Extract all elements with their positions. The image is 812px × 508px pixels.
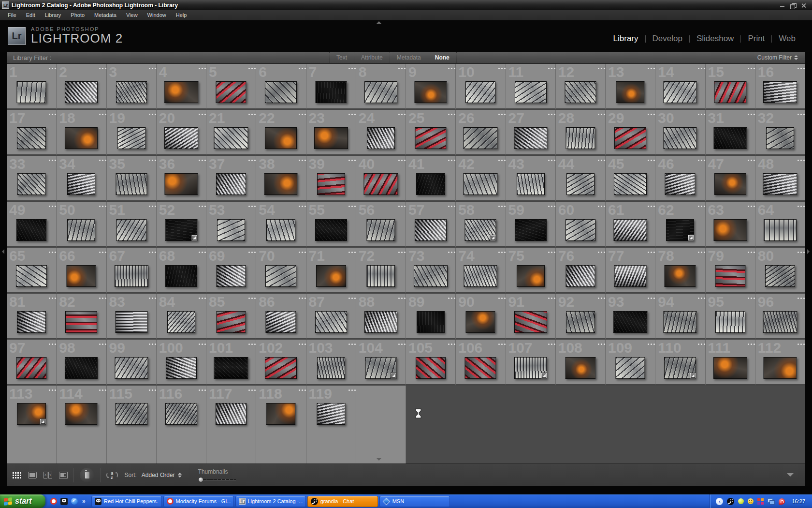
- thumbnail-badges-dots[interactable]: [498, 344, 500, 345]
- grid-cell[interactable]: 86: [256, 294, 306, 340]
- grid-cell[interactable]: 48: [755, 156, 805, 202]
- thumbnail-badges-dots[interactable]: [648, 160, 649, 161]
- grid-cell[interactable]: 70: [256, 248, 306, 294]
- photo-thumbnail[interactable]: [416, 357, 446, 379]
- photo-thumbnail[interactable]: [265, 357, 297, 379]
- photo-thumbnail[interactable]: [464, 127, 498, 149]
- photo-thumbnail[interactable]: [116, 219, 146, 241]
- module-tab-develop[interactable]: Develop: [652, 34, 682, 44]
- photo-thumbnail[interactable]: [664, 357, 696, 379]
- photo-thumbnail[interactable]: [464, 265, 497, 287]
- grid-cell[interactable]: 75: [506, 248, 556, 294]
- thumbnail-badges-dots[interactable]: [199, 160, 200, 161]
- thumbnail-badges-dots[interactable]: [49, 298, 50, 299]
- grid-cell[interactable]: 17: [7, 110, 57, 156]
- grid-cell[interactable]: 50: [57, 202, 106, 248]
- grid-cell[interactable]: 113: [7, 386, 57, 463]
- photo-thumbnail[interactable]: [363, 173, 398, 195]
- grid-cell[interactable]: 35: [107, 156, 157, 202]
- grid-cell[interactable]: 10: [456, 64, 506, 110]
- thumbnail-size-slider[interactable]: [198, 477, 236, 482]
- grid-cell[interactable]: 4: [157, 64, 206, 110]
- grid-cell[interactable]: 66: [57, 248, 106, 294]
- module-tab-slideshow[interactable]: Slideshow: [696, 34, 734, 44]
- grid-cell[interactable]: 20: [157, 110, 206, 156]
- grid-cell[interactable]: 91: [506, 294, 556, 340]
- grid-cell[interactable]: 60: [556, 202, 606, 248]
- module-tab-print[interactable]: Print: [748, 34, 765, 44]
- photo-thumbnail[interactable]: [16, 357, 47, 379]
- thumbnail-badges-dots[interactable]: [398, 298, 400, 299]
- steam-icon[interactable]: [727, 498, 734, 505]
- photo-thumbnail[interactable]: [17, 173, 46, 195]
- grid-cell[interactable]: 76: [556, 248, 606, 294]
- photo-thumbnail[interactable]: [67, 265, 96, 287]
- grid-cell[interactable]: 15: [706, 64, 755, 110]
- photo-thumbnail[interactable]: [465, 357, 496, 379]
- tray-ball-icon[interactable]: [738, 498, 744, 504]
- grid-cell[interactable]: 114: [57, 386, 106, 463]
- photo-thumbnail[interactable]: [165, 265, 197, 287]
- grid-cell[interactable]: 40: [356, 156, 406, 202]
- grid-cell[interactable]: 45: [606, 156, 655, 202]
- photo-thumbnail[interactable]: [514, 357, 547, 379]
- thumbnail-badges-dots[interactable]: [248, 344, 250, 345]
- grid-cell[interactable]: 42: [456, 156, 506, 202]
- thumbnail-badges-dots[interactable]: [648, 68, 649, 69]
- grid-cell[interactable]: 57: [406, 202, 456, 248]
- grid-cell[interactable]: 96: [755, 294, 805, 340]
- photo-thumbnail[interactable]: [17, 81, 46, 103]
- grid-cell[interactable]: 90: [456, 294, 506, 340]
- grid-cell[interactable]: 28: [556, 110, 606, 156]
- photo-thumbnail[interactable]: [764, 219, 797, 241]
- thumbnail-badges-dots[interactable]: [648, 114, 649, 115]
- thumbnail-badges-dots[interactable]: [398, 160, 400, 161]
- thumbnail-badges-dots[interactable]: [199, 68, 200, 69]
- photo-thumbnail[interactable]: [713, 219, 747, 241]
- photo-thumbnail[interactable]: [266, 219, 295, 241]
- thumbnail-badges-dots[interactable]: [698, 206, 699, 207]
- filter-option-none[interactable]: None: [428, 52, 457, 63]
- photo-thumbnail[interactable]: [415, 127, 447, 149]
- module-tab-web[interactable]: Web: [779, 34, 796, 44]
- grid-cell[interactable]: 83: [107, 294, 157, 340]
- grid-cell[interactable]: 58: [456, 202, 506, 248]
- grid-cell[interactable]: 8: [356, 64, 406, 110]
- grid-cell[interactable]: 79: [706, 248, 755, 294]
- grid-cell[interactable]: 51: [107, 202, 157, 248]
- start-button[interactable]: start: [0, 494, 45, 508]
- grid-cell[interactable]: 84: [157, 294, 206, 340]
- grid-cell[interactable]: 101: [206, 340, 256, 386]
- photo-thumbnail[interactable]: [616, 81, 645, 103]
- photo-thumbnail[interactable]: [65, 81, 98, 103]
- grid-cell[interactable]: 109: [606, 340, 655, 386]
- photo-thumbnail[interactable]: [614, 173, 647, 195]
- grid-cell[interactable]: 112: [755, 340, 805, 386]
- thumbnail-badges-dots[interactable]: [498, 160, 500, 161]
- photo-thumbnail[interactable]: [614, 127, 646, 149]
- thumbnail-badges-dots[interactable]: [99, 344, 101, 345]
- adjustment-badge[interactable]: [390, 373, 396, 379]
- thumbnail-badges-dots[interactable]: [149, 344, 150, 345]
- grid-cell[interactable]: 81: [7, 294, 57, 340]
- adjustment-badge[interactable]: [40, 418, 46, 425]
- grid-cell[interactable]: 88: [356, 294, 406, 340]
- grid-cell[interactable]: 30: [655, 110, 705, 156]
- menu-item-file[interactable]: File: [3, 11, 21, 19]
- photo-thumbnail[interactable]: [315, 219, 347, 241]
- photo-thumbnail[interactable]: [216, 403, 246, 425]
- grid-cell[interactable]: 92: [556, 294, 606, 340]
- photo-thumbnail[interactable]: [763, 311, 797, 333]
- photo-thumbnail[interactable]: [566, 127, 595, 149]
- sort-direction-button[interactable]: az: [106, 471, 118, 479]
- photo-thumbnail[interactable]: [364, 81, 397, 103]
- photo-thumbnail[interactable]: [714, 173, 746, 195]
- tray-alert-icon[interactable]: [779, 498, 785, 505]
- thumbnail-badges-dots[interactable]: [299, 114, 300, 115]
- thumbnail-badges-dots[interactable]: [398, 68, 400, 69]
- grid-cell[interactable]: 47: [706, 156, 755, 202]
- thumbnail-badges-dots[interactable]: [748, 114, 749, 115]
- thumbnail-badges-dots[interactable]: [698, 298, 699, 299]
- taskbar-task-button[interactable]: Modacity Forums - GI...: [163, 496, 234, 507]
- thumbnail-badges-dots[interactable]: [299, 206, 300, 207]
